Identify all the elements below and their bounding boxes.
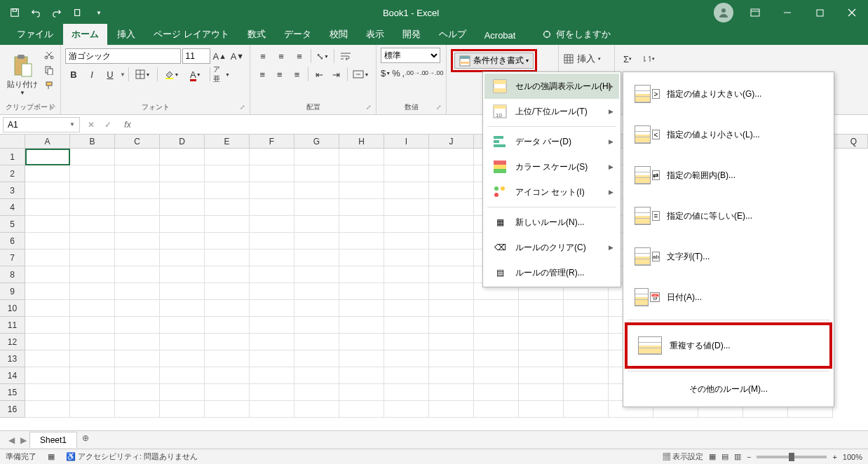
cell[interactable] xyxy=(294,199,339,216)
decrease-indent-icon[interactable]: ⇤ xyxy=(311,66,327,83)
cell[interactable] xyxy=(70,367,115,384)
cell[interactable] xyxy=(70,182,115,199)
cell[interactable] xyxy=(519,350,564,367)
cell[interactable] xyxy=(384,266,429,283)
cut-icon[interactable] xyxy=(42,48,56,62)
tab-home[interactable]: ホーム xyxy=(63,24,107,45)
font-color-button[interactable]: A▼ xyxy=(184,66,207,83)
cell[interactable] xyxy=(70,384,115,401)
cell[interactable] xyxy=(429,216,474,233)
cell[interactable] xyxy=(519,334,564,350)
row-header[interactable]: 9 xyxy=(0,283,25,300)
phonetic-button[interactable]: ア亜▼ xyxy=(213,66,230,83)
cell[interactable] xyxy=(429,182,474,199)
cell[interactable] xyxy=(115,283,160,300)
orientation-icon[interactable]: ⤡▼ xyxy=(314,48,331,64)
cell[interactable] xyxy=(519,384,564,401)
cell[interactable] xyxy=(205,317,250,334)
cell[interactable] xyxy=(384,367,429,384)
accounting-format-icon[interactable]: $▼ xyxy=(381,64,391,81)
cell[interactable] xyxy=(429,250,474,266)
status-rec-icon[interactable]: ▦ xyxy=(48,452,55,461)
cell[interactable] xyxy=(250,165,294,182)
menu-manage-rules[interactable]: ▤ ルールの管理(R)... xyxy=(484,260,619,285)
col-header[interactable]: C xyxy=(115,135,160,148)
rule-less-than[interactable]: < 指定の値より小さい(L)... xyxy=(625,114,832,155)
cell[interactable] xyxy=(384,350,429,367)
cell[interactable] xyxy=(250,182,294,199)
cell[interactable] xyxy=(339,401,384,418)
cell[interactable] xyxy=(25,266,70,283)
cell[interactable] xyxy=(294,317,339,334)
row-header[interactable]: 14 xyxy=(0,367,25,384)
bold-button[interactable]: B xyxy=(65,66,82,83)
cell[interactable] xyxy=(160,199,205,216)
cell[interactable] xyxy=(429,367,474,384)
row-header[interactable]: 8 xyxy=(0,266,25,283)
font-launcher[interactable]: ⤢ xyxy=(240,104,245,111)
cell[interactable] xyxy=(160,384,205,401)
cell[interactable] xyxy=(160,182,205,199)
underline-button[interactable]: U xyxy=(102,66,118,83)
cell[interactable] xyxy=(205,384,250,401)
cell[interactable] xyxy=(205,199,250,216)
cell[interactable] xyxy=(70,266,115,283)
cell[interactable] xyxy=(339,199,384,216)
cell[interactable] xyxy=(250,149,294,165)
cell[interactable] xyxy=(25,317,70,334)
cell[interactable] xyxy=(384,401,429,418)
col-header[interactable]: H xyxy=(339,135,384,148)
cell[interactable] xyxy=(339,266,384,283)
cell[interactable] xyxy=(384,384,429,401)
cell[interactable] xyxy=(339,367,384,384)
cell[interactable] xyxy=(564,317,609,334)
cell[interactable] xyxy=(339,250,384,266)
align-bottom-icon[interactable]: ≡ xyxy=(291,48,308,64)
cell[interactable] xyxy=(115,384,160,401)
cell[interactable] xyxy=(250,350,294,367)
cell[interactable] xyxy=(429,199,474,216)
qat-more-icon[interactable] xyxy=(69,4,87,22)
cell[interactable] xyxy=(70,149,115,165)
tab-help[interactable]: ヘルプ xyxy=(430,24,475,45)
cell[interactable] xyxy=(70,199,115,216)
paste-button[interactable]: 貼り付け ▼ xyxy=(4,48,41,102)
cell[interactable] xyxy=(294,165,339,182)
cell[interactable] xyxy=(519,401,564,418)
col-header[interactable]: F xyxy=(250,135,294,148)
cell[interactable] xyxy=(115,334,160,350)
cell[interactable] xyxy=(429,149,474,165)
cell[interactable] xyxy=(339,165,384,182)
cell[interactable] xyxy=(205,266,250,283)
cell[interactable] xyxy=(25,182,70,199)
cell[interactable] xyxy=(160,300,205,317)
cell[interactable] xyxy=(429,300,474,317)
menu-color-scales[interactable]: カラー スケール(S) ▶ xyxy=(484,154,619,179)
cell[interactable] xyxy=(474,350,519,367)
cell[interactable] xyxy=(339,283,384,300)
cell[interactable] xyxy=(250,317,294,334)
cell[interactable] xyxy=(25,367,70,384)
cell[interactable] xyxy=(25,401,70,418)
merge-center-icon[interactable]: ▼ xyxy=(351,66,372,83)
rule-between[interactable]: ⇄ 指定の範囲内(B)... xyxy=(625,155,832,196)
cell[interactable] xyxy=(429,401,474,418)
cell[interactable] xyxy=(250,233,294,250)
cell[interactable] xyxy=(25,233,70,250)
cell[interactable] xyxy=(250,283,294,300)
close-button[interactable] xyxy=(836,0,868,25)
cell[interactable] xyxy=(474,300,519,317)
increase-decimal-icon[interactable]: .00→.0 xyxy=(407,64,423,81)
menu-new-rule[interactable]: ▦ 新しいルール(N)... xyxy=(484,210,619,235)
align-center-icon[interactable]: ≡ xyxy=(272,66,288,83)
cell[interactable] xyxy=(70,250,115,266)
view-pagebreak-icon[interactable]: ▥ xyxy=(734,452,741,461)
cell[interactable] xyxy=(429,350,474,367)
cell[interactable] xyxy=(339,216,384,233)
cell[interactable] xyxy=(70,165,115,182)
row-header[interactable]: 15 xyxy=(0,384,25,401)
cell[interactable] xyxy=(384,199,429,216)
cell[interactable] xyxy=(294,401,339,418)
cell[interactable] xyxy=(205,233,250,250)
fx-icon[interactable]: fx xyxy=(119,120,136,130)
